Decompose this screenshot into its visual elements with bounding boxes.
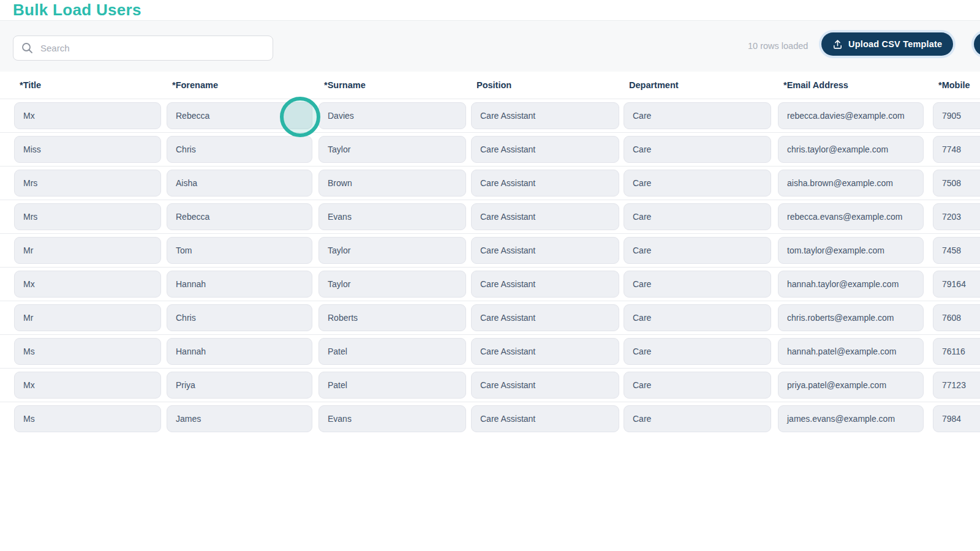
cell-mobile[interactable]: 7905 <box>933 102 980 129</box>
cell-position[interactable]: Care Assistant <box>471 170 619 197</box>
cell-position[interactable]: Care Assistant <box>471 203 619 230</box>
table-row: MrTomTaylorCare AssistantCaretom.taylor@… <box>0 233 980 267</box>
table-row: MxHannahTaylorCare AssistantCarehannah.t… <box>0 267 980 301</box>
cell-mobile[interactable]: 7748 <box>933 136 980 163</box>
bulk-load-users-page: Bulk Load Users 10 rows loaded Upload CS… <box>0 0 980 551</box>
cell-surname[interactable]: Patel <box>318 338 466 365</box>
cell-position[interactable]: Care Assistant <box>471 372 619 399</box>
rows-loaded-status: 10 rows loaded <box>748 21 808 72</box>
cell-forename[interactable]: Chris <box>167 304 312 331</box>
cell-mobile[interactable]: 7508 <box>933 170 980 197</box>
cell-position[interactable]: Care Assistant <box>471 304 619 331</box>
cell-forename[interactable]: James <box>167 405 312 432</box>
cell-forename[interactable]: Rebecca <box>167 102 312 129</box>
cell-position[interactable]: Care Assistant <box>471 271 619 298</box>
cell-email[interactable]: chris.roberts@example.com <box>778 304 924 331</box>
cell-mobile[interactable]: 7984 <box>933 405 980 432</box>
cell-department[interactable]: Care <box>624 102 771 129</box>
cell-mobile[interactable]: 76116 <box>933 338 980 365</box>
cell-forename[interactable]: Hannah <box>167 338 312 365</box>
cell-department[interactable]: Care <box>624 136 771 163</box>
table-row: MxRebeccaDaviesCare AssistantCarerebecca… <box>0 99 980 132</box>
search-field[interactable] <box>39 42 273 54</box>
cell-email[interactable]: rebecca.davies@example.com <box>778 102 924 129</box>
cell-surname[interactable]: Patel <box>318 372 466 399</box>
cell-title[interactable]: Miss <box>14 136 161 163</box>
cell-surname[interactable]: Taylor <box>318 271 466 298</box>
column-header-forename: *Forename <box>172 72 218 99</box>
cell-title[interactable]: Mx <box>14 271 161 298</box>
column-header-title: *Title <box>20 72 41 99</box>
cell-title[interactable]: Mrs <box>14 170 161 197</box>
column-header-mobile: *Mobile <box>938 72 970 99</box>
table-row: MrsRebeccaEvansCare AssistantCarerebecca… <box>0 200 980 233</box>
table-row: MrsAishaBrownCare AssistantCareaisha.bro… <box>0 166 980 200</box>
cell-email[interactable]: priya.patel@example.com <box>778 372 924 399</box>
cell-surname[interactable]: Evans <box>318 203 466 230</box>
cell-title[interactable]: Mx <box>14 372 161 399</box>
cell-mobile[interactable]: 77123 <box>933 372 980 399</box>
table-row: MrChrisRobertsCare AssistantCarechris.ro… <box>0 301 980 334</box>
column-header-position: Position <box>477 72 511 99</box>
cell-title[interactable]: Mrs <box>14 203 161 230</box>
cell-forename[interactable]: Chris <box>167 136 312 163</box>
cell-department[interactable]: Care <box>624 372 771 399</box>
table-header-row: *Title*Forename*SurnamePositionDepartmen… <box>0 72 980 99</box>
cell-department[interactable]: Care <box>624 405 771 432</box>
table-row: MxPriyaPatelCare AssistantCarepriya.pate… <box>0 368 980 402</box>
cell-email[interactable]: james.evans@example.com <box>778 405 924 432</box>
cell-forename[interactable]: Tom <box>167 237 312 264</box>
table-row: MsJamesEvansCare AssistantCarejames.evan… <box>0 402 980 435</box>
cell-department[interactable]: Care <box>624 170 771 197</box>
cell-department[interactable]: Care <box>624 237 771 264</box>
cell-forename[interactable]: Rebecca <box>167 203 312 230</box>
cell-surname[interactable]: Taylor <box>318 237 466 264</box>
cell-email[interactable]: chris.taylor@example.com <box>778 136 924 163</box>
search-icon <box>21 42 33 54</box>
cell-surname[interactable]: Brown <box>318 170 466 197</box>
cell-department[interactable]: Care <box>624 304 771 331</box>
cell-email[interactable]: rebecca.evans@example.com <box>778 203 924 230</box>
cell-department[interactable]: Care <box>624 338 771 365</box>
upload-icon <box>832 39 843 50</box>
cell-forename[interactable]: Priya <box>167 372 312 399</box>
cell-surname[interactable]: Evans <box>318 405 466 432</box>
column-header-department: Department <box>629 72 679 99</box>
cell-department[interactable]: Care <box>624 203 771 230</box>
cell-surname[interactable]: Taylor <box>318 136 466 163</box>
cell-mobile[interactable]: 79164 <box>933 271 980 298</box>
cell-position[interactable]: Care Assistant <box>471 136 619 163</box>
column-header-email: *Email Address <box>783 72 848 99</box>
table-row: MsHannahPatelCare AssistantCarehannah.pa… <box>0 334 980 368</box>
cell-surname[interactable]: Roberts <box>318 304 466 331</box>
toolbar: 10 rows loaded Upload CSV Template <box>0 20 980 72</box>
table-body: MxRebeccaDaviesCare AssistantCarerebecca… <box>0 99 980 435</box>
cell-forename[interactable]: Hannah <box>167 271 312 298</box>
cell-forename[interactable]: Aisha <box>167 170 312 197</box>
cell-mobile[interactable]: 7203 <box>933 203 980 230</box>
cell-position[interactable]: Care Assistant <box>471 405 619 432</box>
cell-department[interactable]: Care <box>624 271 771 298</box>
cell-mobile[interactable]: 7608 <box>933 304 980 331</box>
page-title: Bulk Load Users <box>13 1 141 20</box>
cell-position[interactable]: Care Assistant <box>471 237 619 264</box>
secondary-action-button-partial[interactable] <box>974 32 980 56</box>
cell-title[interactable]: Mx <box>14 102 161 129</box>
cell-email[interactable]: hannah.taylor@example.com <box>778 271 924 298</box>
cell-surname[interactable]: Davies <box>318 102 466 129</box>
cell-position[interactable]: Care Assistant <box>471 102 619 129</box>
search-input[interactable] <box>13 36 273 61</box>
cell-mobile[interactable]: 7458 <box>933 237 980 264</box>
cell-title[interactable]: Ms <box>14 338 161 365</box>
cell-title[interactable]: Ms <box>14 405 161 432</box>
cell-email[interactable]: tom.taylor@example.com <box>778 237 924 264</box>
upload-button-label: Upload CSV Template <box>848 39 942 49</box>
table-row: MissChrisTaylorCare AssistantCarechris.t… <box>0 132 980 166</box>
upload-csv-template-button[interactable]: Upload CSV Template <box>821 32 953 56</box>
cell-title[interactable]: Mr <box>14 237 161 264</box>
column-header-surname: *Surname <box>324 72 366 99</box>
cell-email[interactable]: aisha.brown@example.com <box>778 170 924 197</box>
cell-position[interactable]: Care Assistant <box>471 338 619 365</box>
cell-title[interactable]: Mr <box>14 304 161 331</box>
cell-email[interactable]: hannah.patel@example.com <box>778 338 924 365</box>
